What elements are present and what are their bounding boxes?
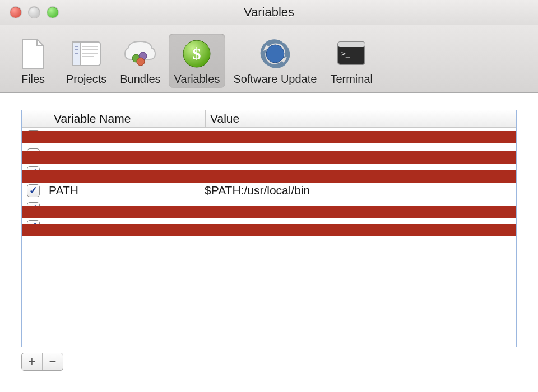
window-title: Variables (0, 5, 538, 20)
minimize-window-button[interactable] (29, 7, 40, 18)
column-header-value[interactable]: Value (205, 110, 516, 127)
preferences-window: Variables Files (0, 0, 538, 392)
zoom-window-button[interactable] (47, 7, 58, 18)
toolbar-item-label: Terminal (330, 73, 373, 86)
column-header-name[interactable]: Variable Name (49, 110, 205, 127)
bundles-icon (123, 37, 157, 71)
variables-icon: $ (180, 37, 214, 71)
toolbar-item-bundles[interactable]: Bundles (114, 34, 166, 88)
redaction-bar (21, 131, 517, 143)
svg-point-14 (266, 45, 284, 63)
software-update-icon (258, 37, 292, 71)
table-header: Variable Name Value (22, 110, 516, 128)
toolbar-item-variables[interactable]: $ Variables (169, 34, 226, 88)
content-area: Variable Name Value (0, 93, 538, 379)
redaction-bar (21, 170, 517, 183)
toolbar: Files Projects (0, 25, 538, 93)
toolbar-item-label: Files (21, 73, 45, 86)
toolbar-item-label: Variables (174, 73, 220, 86)
file-icon (16, 37, 50, 71)
close-window-button[interactable] (10, 7, 21, 18)
redaction-bar (21, 151, 517, 164)
svg-text:>_: >_ (341, 49, 350, 58)
terminal-icon: >_ (335, 37, 368, 71)
projects-icon (69, 37, 103, 71)
row-checkbox[interactable] (27, 184, 40, 197)
traffic-lights (10, 7, 58, 18)
toolbar-item-terminal[interactable]: >_ Terminal (324, 34, 378, 88)
svg-rect-18 (338, 42, 365, 47)
add-variable-button[interactable]: + (22, 353, 42, 370)
redaction-bar (21, 224, 517, 236)
svg-point-11 (137, 58, 145, 66)
toolbar-item-projects[interactable]: Projects (61, 34, 112, 88)
toolbar-item-software-update[interactable]: Software Update (228, 34, 322, 88)
titlebar: Variables (0, 0, 538, 25)
add-remove-control: + − (21, 353, 63, 371)
toolbar-item-label: Projects (66, 73, 106, 86)
row-value[interactable]: $PATH:/usr/local/bin (200, 184, 516, 197)
row-name[interactable]: PATH (44, 184, 200, 197)
toolbar-item-label: Software Update (233, 73, 317, 86)
redaction-bar (21, 206, 517, 218)
table-body: PATH $PATH:/usr/local/bin (22, 128, 516, 235)
table-row[interactable]: PATH $PATH:/usr/local/bin (22, 181, 516, 199)
toolbar-item-files[interactable]: Files (8, 34, 58, 88)
remove-variable-button[interactable]: − (42, 353, 63, 370)
variables-table[interactable]: Variable Name Value (21, 110, 517, 347)
toolbar-item-label: Bundles (120, 73, 160, 86)
column-header-enabled[interactable] (22, 110, 49, 127)
svg-text:$: $ (193, 44, 201, 63)
